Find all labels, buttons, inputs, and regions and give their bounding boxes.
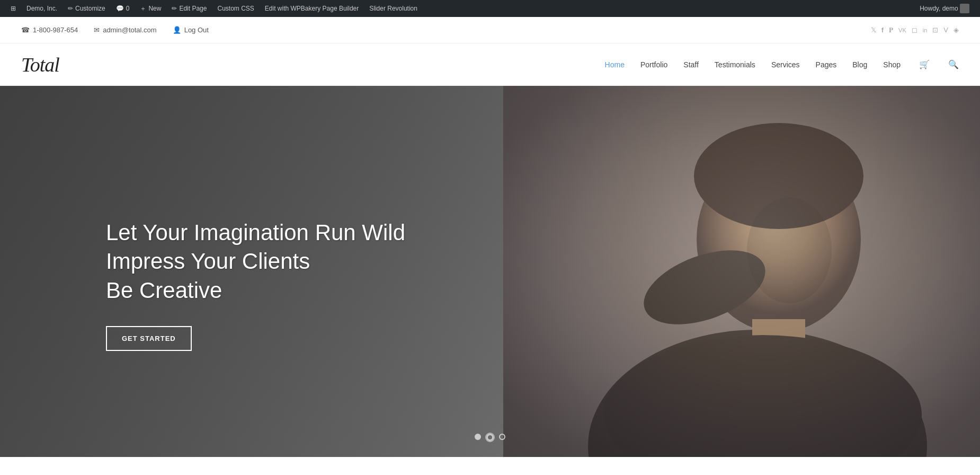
customize-icon: ✏ — [68, 5, 73, 12]
pinterest-icon[interactable]: 𝐏 — [889, 26, 893, 34]
nav-portfolio[interactable]: Portfolio — [640, 58, 667, 71]
hero-person-image — [503, 86, 980, 457]
howdy-text: Howdy, demo — [920, 5, 958, 12]
hero-line-1: Let Your Imagination Run Wild — [106, 218, 405, 248]
hero-line-3: Be Creative — [106, 276, 405, 305]
facebook-icon[interactable]: f — [881, 26, 884, 34]
search-icon[interactable]: 🔍 — [948, 59, 959, 69]
custom-css-item[interactable]: Custom CSS — [212, 0, 259, 17]
new-icon: ＋ — [140, 4, 146, 13]
admin-bar: ⊞ Demo, Inc. ✏ Customize 💬 0 ＋ New ✏ Edi… — [0, 0, 980, 17]
edit-page-label: Edit Page — [179, 5, 207, 12]
comments-icon: 💬 — [116, 5, 124, 12]
phone-icon: ☎ — [21, 26, 30, 34]
slider-dot-3[interactable] — [499, 434, 505, 440]
hero-content: Let Your Imagination Run Wild Impress Yo… — [0, 192, 405, 351]
slider-dot-1[interactable] — [475, 434, 481, 440]
flickr-icon[interactable]: ⊡ — [932, 26, 938, 34]
info-bar: ☎ 1-800-987-654 ✉ admin@total.com 👤 Log … — [0, 17, 980, 43]
new-label: New — [148, 5, 161, 12]
instagram-icon[interactable]: ◻ — [912, 26, 917, 34]
site-name-label: Demo, Inc. — [26, 5, 57, 12]
info-bar-left: ☎ 1-800-987-654 ✉ admin@total.com 👤 Log … — [21, 26, 871, 34]
twitter-icon[interactable]: 𝕏 — [871, 26, 876, 34]
get-started-button[interactable]: GET STARTED — [106, 326, 192, 351]
phone-number: 1-800-987-654 — [33, 26, 78, 34]
site-name-item[interactable]: Demo, Inc. — [21, 0, 63, 17]
nav-home[interactable]: Home — [605, 58, 625, 71]
email-address: admin@total.com — [103, 26, 156, 34]
rss-icon[interactable]: ◈ — [954, 26, 959, 34]
logout-item[interactable]: 👤 Log Out — [173, 26, 209, 34]
hero-section: Let Your Imagination Run Wild Impress Yo… — [0, 86, 980, 457]
hero-line-2: Impress Your Clients — [106, 247, 405, 276]
comments-item[interactable]: 💬 0 — [111, 0, 135, 17]
wpbakery-item[interactable]: Edit with WPBakery Page Builder — [260, 0, 364, 17]
howdy-label: Howdy, demo — [920, 4, 975, 13]
slider-dot-2[interactable] — [486, 434, 494, 441]
slider-revolution-item[interactable]: Slider Revolution — [364, 0, 423, 17]
site-logo[interactable]: Total — [21, 53, 59, 76]
wp-logo[interactable]: ⊞ — [5, 0, 21, 17]
nav-staff[interactable]: Staff — [683, 58, 699, 71]
slider-dots — [475, 434, 505, 441]
user-icon: 👤 — [173, 26, 181, 34]
wpbakery-label: Edit with WPBakery Page Builder — [265, 5, 359, 12]
nav-shop[interactable]: Shop — [883, 58, 901, 71]
logo-text: Total — [21, 54, 59, 76]
nav-pages[interactable]: Pages — [816, 58, 837, 71]
new-item[interactable]: ＋ New — [135, 0, 166, 17]
vk-icon[interactable]: VK — [898, 27, 906, 33]
person-svg — [503, 86, 980, 457]
phone-item: ☎ 1-800-987-654 — [21, 26, 78, 34]
logout-label: Log Out — [184, 26, 209, 34]
edit-page-item[interactable]: ✏ Edit Page — [166, 0, 212, 17]
comments-count: 0 — [126, 5, 130, 12]
custom-css-label: Custom CSS — [217, 5, 254, 12]
edit-page-icon: ✏ — [172, 5, 177, 12]
vimeo-icon[interactable]: V — [943, 26, 948, 34]
customize-label: Customize — [75, 5, 105, 12]
email-item: ✉ admin@total.com — [94, 26, 156, 34]
customize-item[interactable]: ✏ Customize — [63, 0, 111, 17]
svg-point-7 — [747, 197, 832, 303]
social-icons-bar: 𝕏 f 𝐏 VK ◻ in ⊡ V ◈ — [871, 26, 959, 34]
wp-icon: ⊞ — [11, 5, 16, 12]
linkedin-icon[interactable]: in — [923, 27, 928, 33]
main-nav: Home Portfolio Staff Testimonials Servic… — [605, 58, 959, 71]
user-avatar-icon — [960, 4, 969, 13]
nav-testimonials[interactable]: Testimonials — [715, 58, 755, 71]
nav-blog[interactable]: Blog — [852, 58, 867, 71]
site-header: Total Home Portfolio Staff Testimonials … — [0, 43, 980, 86]
nav-services[interactable]: Services — [771, 58, 800, 71]
slider-revolution-label: Slider Revolution — [369, 5, 417, 12]
cart-icon[interactable]: 🛒 — [919, 59, 930, 69]
email-icon: ✉ — [94, 26, 100, 34]
